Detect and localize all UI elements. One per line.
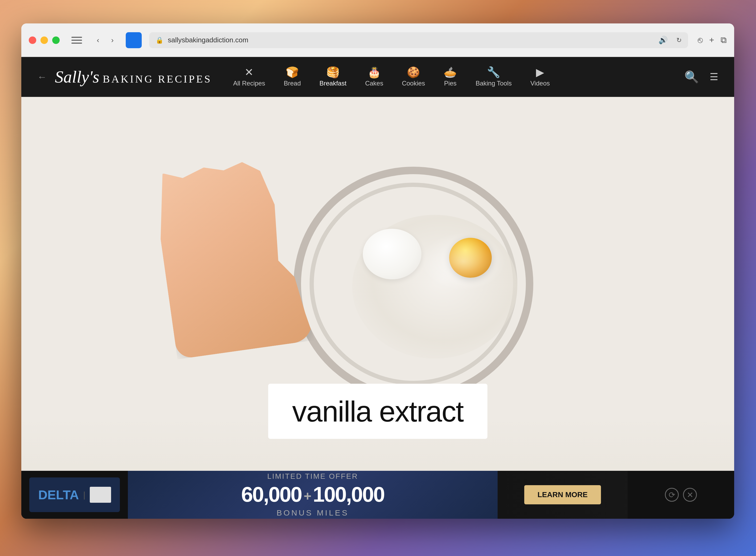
site-back-arrow: ← (37, 71, 47, 82)
nav-buttons: ‹ › (92, 34, 118, 46)
nav-cookies[interactable]: 🍪 Cookies (402, 67, 425, 87)
nav-bread-label: Bread (284, 80, 301, 87)
bread-icon: 🍞 (285, 67, 299, 77)
site-nav: ← Sally's BAKING RECIPES ✕ All Recipes 🍞… (21, 57, 734, 97)
video-background: vanilla extract (21, 97, 734, 471)
ad-bonus-label: BONUS MILES (276, 508, 349, 517)
nav-baking-tools[interactable]: 🔧 Baking Tools (476, 67, 512, 87)
ad-content: LIMITED TIME OFFER 60,000+100,000 BONUS … (241, 472, 384, 517)
videos-icon: ▶ (536, 67, 544, 77)
url-text: sallysbakingaddiction.com (168, 36, 248, 44)
ad-miles-text: 60,000+100,000 (241, 482, 384, 507)
close-button[interactable] (29, 36, 36, 44)
ad-right-panel: ⟳ ✕ (628, 471, 734, 519)
minimize-button[interactable] (40, 36, 48, 44)
forward-button[interactable]: › (107, 34, 118, 46)
nav-cakes[interactable]: 🎂 Cakes (365, 67, 383, 87)
video-player[interactable]: vanilla extract (21, 97, 734, 471)
share-button[interactable]: ⎋ (698, 35, 703, 45)
nav-bread[interactable]: 🍞 Bread (284, 67, 301, 87)
ad-main-content: LIMITED TIME OFFER 60,000+100,000 BONUS … (128, 471, 497, 519)
nav-all-recipes[interactable]: ✕ All Recipes (233, 67, 265, 87)
logo-text: BAKING RECIPES (103, 73, 212, 85)
speaker-icon: 🔊 (658, 36, 668, 44)
nav-breakfast-label: Breakfast (319, 80, 346, 87)
lock-icon: 🔒 (156, 36, 164, 44)
nav-pies[interactable]: 🥧 Pies (444, 67, 457, 87)
ad-offer-label: LIMITED TIME OFFER (267, 472, 358, 481)
ad-card-image (90, 487, 111, 503)
bookmark-icon (126, 32, 142, 48)
nav-links: ✕ All Recipes 🍞 Bread 🥞 Breakfast 🎂 Cake… (233, 67, 684, 87)
sidebar-toggle-button[interactable] (71, 35, 85, 45)
tab-overview-button[interactable]: ⧉ (721, 35, 727, 45)
baking-tools-icon: 🔧 (487, 67, 500, 77)
new-tab-button[interactable]: + (709, 35, 714, 45)
nav-breakfast[interactable]: 🥞 Breakfast (319, 67, 346, 87)
title-bar: ‹ › 🔒 sallysbakingaddiction.com 🔊 ↻ ⎋ + … (21, 24, 734, 57)
nav-cakes-label: Cakes (365, 80, 383, 87)
refresh-icon[interactable]: ↻ (676, 36, 682, 44)
nav-pies-label: Pies (444, 80, 456, 87)
main-content: vanilla extract DELTA | LIMITED TIME OFF… (21, 97, 734, 519)
egg-white-gloss (421, 232, 506, 291)
nav-videos[interactable]: ▶ Videos (530, 67, 550, 87)
cookies-icon: 🍪 (407, 67, 420, 77)
traffic-lights (29, 36, 60, 44)
website-content: ← Sally's BAKING RECIPES ✕ All Recipes 🍞… (21, 57, 734, 519)
nav-cookies-label: Cookies (402, 80, 425, 87)
toolbar-right: ⎋ + ⧉ (698, 35, 727, 45)
nav-videos-label: Videos (530, 80, 550, 87)
all-recipes-icon: ✕ (245, 67, 253, 77)
ad-close-buttons: ⟳ ✕ (665, 488, 697, 502)
ad-banner: DELTA | LIMITED TIME OFFER 60,000+100,00… (21, 471, 734, 519)
nav-all-recipes-label: All Recipes (233, 80, 265, 87)
pies-icon: 🥧 (444, 67, 457, 77)
ad-close-button-2[interactable]: ✕ (683, 488, 697, 502)
ad-close-button-1[interactable]: ⟳ (665, 488, 679, 502)
ad-left-panel: DELTA | (21, 471, 128, 519)
cakes-icon: 🎂 (368, 67, 381, 77)
site-search-icon[interactable]: 🔍 (684, 70, 699, 84)
caption-box: vanilla extract (268, 384, 487, 439)
browser-window: ‹ › 🔒 sallysbakingaddiction.com 🔊 ↻ ⎋ + … (21, 24, 734, 519)
ad-divider: | (83, 490, 85, 500)
maximize-button[interactable] (52, 36, 60, 44)
breakfast-icon: 🥞 (326, 67, 340, 77)
address-bar[interactable]: 🔒 sallysbakingaddiction.com 🔊 ↻ (149, 32, 688, 48)
ad-thumbnail: DELTA | (29, 478, 120, 512)
caption-text: vanilla extract (292, 395, 463, 428)
nav-baking-tools-label: Baking Tools (476, 80, 512, 87)
site-menu-icon[interactable]: ☰ (710, 71, 718, 82)
learn-more-button[interactable]: LEARN MORE (524, 485, 601, 505)
nav-right: 🔍 ☰ (684, 70, 718, 84)
ad-miles-container: 60,000+100,000 (241, 482, 384, 507)
back-button[interactable]: ‹ (92, 34, 104, 46)
site-logo: Sally's BAKING RECIPES (55, 67, 212, 87)
white-powder (363, 229, 421, 279)
ad-cta-area: LEARN MORE (497, 485, 628, 505)
delta-brand: DELTA (38, 488, 79, 502)
logo-script: Sally's (55, 67, 99, 86)
